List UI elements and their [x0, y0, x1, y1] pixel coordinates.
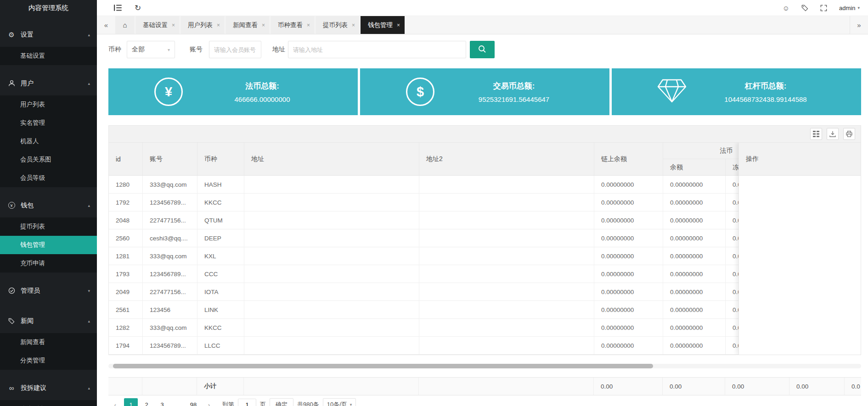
export-button[interactable]: [827, 128, 839, 140]
tab-coin-view[interactable]: 币种查看 ×: [271, 16, 315, 34]
close-icon[interactable]: ×: [172, 22, 175, 28]
address-input[interactable]: [288, 41, 466, 58]
table-subtotal-row: 小计 0.00 0.00 0.00 0.00 0.0: [108, 377, 861, 395]
page-prev-button[interactable]: ‹: [108, 398, 122, 406]
tag-icon: [7, 318, 16, 324]
sidebar-item-category-manage[interactable]: 分类管理: [0, 351, 97, 370]
close-icon[interactable]: ×: [352, 22, 355, 28]
admin-user-dropdown[interactable]: admin ▾: [839, 5, 860, 11]
lever-total-label: 杠杆币总额:: [688, 81, 843, 91]
cell-coin: KKCC: [197, 194, 244, 211]
cell-address2: [419, 247, 594, 265]
subtotal-chain-balance: 0.00: [594, 378, 663, 395]
cell-address: [244, 194, 419, 211]
sidebar-section-settings-header[interactable]: ⚙ 设置 ▴: [0, 22, 97, 47]
tab-withdraw-list[interactable]: 提币列表 ×: [316, 16, 360, 34]
close-icon[interactable]: ×: [307, 22, 310, 28]
sidebar-item-robot[interactable]: 机器人: [0, 132, 97, 150]
cell-chain-balance: 0.00000000: [594, 247, 663, 265]
sidebar-section-wallet-header[interactable]: ¥ 钱包 ▴: [0, 193, 97, 217]
cell-coin: LINK: [197, 301, 244, 318]
tab-user-list[interactable]: 用户列表 ×: [180, 16, 225, 34]
close-icon[interactable]: ×: [262, 22, 265, 28]
chevron-down-icon: ▾: [350, 402, 352, 406]
cell-address2: [419, 283, 594, 300]
dollar-circle-icon: $: [406, 78, 434, 106]
cell-balance: 0.00000000: [663, 229, 726, 247]
sidebar-section-suggestion: ∞ 投拆建议 ▴ 建议列表: [0, 376, 97, 406]
tab-wallet-manage[interactable]: 钱包管理 ×: [361, 16, 405, 34]
sidebar-item-withdraw-list[interactable]: 提币列表: [0, 217, 97, 236]
cell-balance: 0.00000000: [663, 176, 726, 193]
tabs-scroll-right-icon[interactable]: »: [850, 16, 868, 34]
subtotal-frozen: 0.00: [725, 378, 789, 395]
scrollbar-thumb[interactable]: [113, 364, 653, 368]
coin-select[interactable]: 全部 ▾: [127, 41, 175, 58]
chat-icon[interactable]: ☺: [783, 4, 789, 12]
collapse-menu-icon[interactable]: [114, 5, 122, 11]
sidebar-section-label: 用户: [21, 79, 34, 88]
table-horizontal-scrollbar: [108, 363, 861, 369]
user-icon: [7, 80, 16, 87]
cell-address2: [419, 176, 594, 193]
filter-columns-button[interactable]: [810, 128, 822, 140]
action-fixed-column: 操作: [738, 143, 861, 355]
cell-address2: [419, 211, 594, 229]
page-button-3[interactable]: 3: [155, 398, 169, 406]
cell-address2: [419, 194, 594, 211]
page-size-select[interactable]: 10条/页 ▾: [323, 398, 356, 406]
cell-chain-balance: 0.00000000: [594, 301, 663, 318]
page-button-last[interactable]: 98: [186, 398, 200, 406]
cell-balance: 0.00000000: [663, 211, 726, 229]
cell-chain-balance: 0.00000000: [594, 176, 663, 193]
chevron-up-icon: ▴: [88, 386, 90, 390]
sidebar-section-news-header[interactable]: 新闻 ▴: [0, 309, 97, 333]
close-icon[interactable]: ×: [217, 22, 220, 28]
cell-chain-balance: 0.00000000: [594, 229, 663, 247]
sidebar-item-user-list[interactable]: 用户列表: [0, 95, 97, 114]
cell-account: 123456789...: [143, 337, 197, 354]
confirm-button[interactable]: 确定: [270, 398, 293, 406]
sidebar-item-member-level[interactable]: 会员等级: [0, 169, 97, 187]
sidebar-item-member-relation[interactable]: 会员关系图: [0, 150, 97, 169]
fiat-total-value: 466666.00000000: [185, 95, 339, 103]
sidebar-section-news: 新闻 ▴ 新闻查看 分类管理: [0, 309, 97, 370]
tag-icon[interactable]: [801, 5, 808, 11]
sidebar-item-deposit-request[interactable]: 充币申请: [0, 254, 97, 273]
close-icon[interactable]: ×: [397, 22, 400, 28]
top-toolbar: ↻ ☺ admin ▾: [97, 0, 868, 16]
cell-id: 1793: [109, 265, 143, 283]
tabs-scroll-left-icon[interactable]: «: [97, 16, 115, 34]
cell-balance: 0.00000000: [663, 283, 726, 300]
goto-page-input[interactable]: [238, 399, 256, 406]
tab-basic-settings[interactable]: 基础设置 ×: [135, 16, 180, 34]
app-title: 内容管理系统: [0, 0, 97, 17]
sidebar-item-wallet-manage[interactable]: 钱包管理: [0, 236, 97, 254]
tab-home[interactable]: ⌂: [115, 16, 135, 34]
cell-address2: [419, 265, 594, 283]
sidebar-item-realname-manage[interactable]: 实名管理: [0, 114, 97, 132]
cell-address: [244, 301, 419, 318]
sidebar-item-basic-settings[interactable]: 基础设置: [0, 47, 97, 65]
sidebar-section-suggestion-header[interactable]: ∞ 投拆建议 ▴: [0, 376, 97, 400]
tab-news-view[interactable]: 新闻查看 ×: [225, 16, 270, 34]
page-button-2[interactable]: 2: [140, 398, 153, 406]
sidebar-section-admin-header[interactable]: 管理员 ▾: [0, 278, 97, 303]
fullscreen-icon[interactable]: [820, 5, 827, 11]
page-next-button[interactable]: ›: [202, 398, 216, 406]
page-button-1[interactable]: 1: [124, 398, 138, 406]
cell-account: 333@qq.com: [143, 247, 197, 265]
cell-address: [244, 247, 419, 265]
yen-circle-icon: ¥: [154, 78, 183, 106]
print-button[interactable]: [843, 128, 855, 140]
subtotal-cell: [108, 378, 142, 395]
account-input[interactable]: [209, 41, 261, 58]
sidebar-item-news-view[interactable]: 新闻查看: [0, 333, 97, 351]
sidebar-section-user-header[interactable]: 用户 ▴: [0, 71, 97, 95]
sidebar-item-suggestion-list[interactable]: 建议列表: [0, 400, 97, 406]
search-button[interactable]: [470, 41, 495, 58]
subtotal-label: 小计: [197, 378, 244, 395]
refresh-icon[interactable]: ↻: [135, 3, 141, 13]
sidebar-section-label: 钱包: [21, 201, 34, 210]
chevron-up-icon: ▴: [88, 33, 90, 37]
